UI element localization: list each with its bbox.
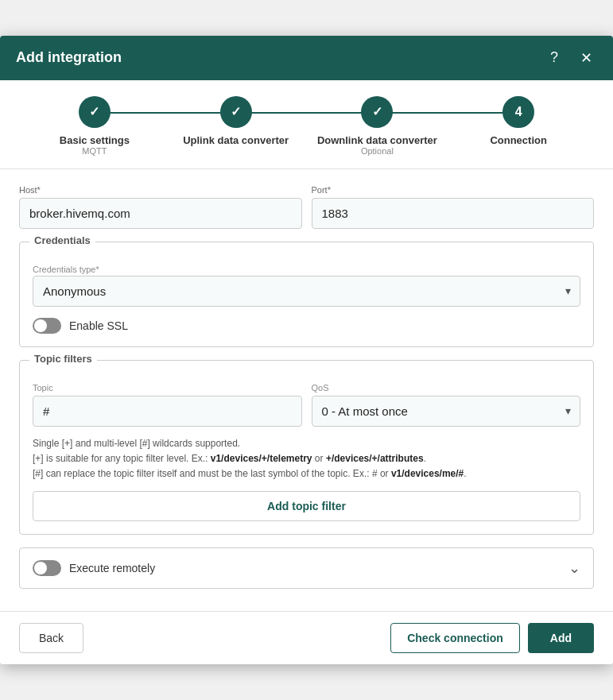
port-field: Port* (312, 185, 595, 229)
toggle-knob (34, 319, 47, 332)
dialog-footer: Back Check connection Add (0, 611, 613, 664)
header-icons: ? ✕ (543, 47, 597, 69)
step-label-3: Downlink data converter (317, 134, 437, 146)
topic-qos-row: Topic QoS 0 - At most once 1 - At least … (33, 383, 580, 427)
add-topic-filter-button[interactable]: Add topic filter (33, 491, 580, 521)
credentials-type-select[interactable]: Anonymous Basic Certificate (33, 276, 580, 307)
step-circle-2: ✓ (220, 96, 252, 128)
help-code-1: v1/devices/+/telemetry (211, 453, 312, 464)
qos-select[interactable]: 0 - At most once 1 - At least once 2 - E… (312, 396, 581, 427)
step-circle-3: ✓ (361, 96, 393, 128)
steps-container: ✓ Basic settings MQTT ✓ Uplink data conv… (0, 80, 613, 169)
step-sublabel-1: MQTT (82, 146, 107, 156)
execute-remotely-row[interactable]: Execute remotely ⌄ (19, 547, 594, 589)
enable-ssl-toggle[interactable] (33, 318, 61, 334)
step-downlink: ✓ Downlink data converter Optional (307, 96, 448, 156)
credentials-type-wrapper: Credentials type* Anonymous Basic Certif… (33, 261, 580, 307)
port-input[interactable] (312, 198, 595, 229)
credentials-type-label: Credentials type* (33, 265, 99, 274)
topic-field: Topic (33, 383, 302, 427)
step-sublabel-3: Optional (361, 146, 394, 156)
help-code-3: v1/devices/me/# (391, 468, 464, 479)
enable-ssl-label: Enable SSL (69, 319, 128, 332)
step-label-2: Uplink data converter (183, 134, 289, 146)
execute-remotely-toggle[interactable] (33, 560, 61, 576)
chevron-down-icon: ⌄ (568, 559, 580, 577)
execute-remotely-label: Execute remotely (69, 562, 155, 574)
help-code-2: +/devices/+/attributes (326, 453, 424, 464)
check-connection-button[interactable]: Check connection (390, 623, 520, 653)
qos-select-wrapper: 0 - At most once 1 - At least once 2 - E… (312, 396, 581, 427)
qos-field: QoS 0 - At most once 1 - At least once 2… (312, 383, 581, 427)
step-label-1: Basic settings (60, 134, 130, 146)
step-label-4: Connection (490, 134, 547, 146)
back-button[interactable]: Back (19, 623, 83, 653)
host-field: Host* (19, 185, 302, 229)
close-button[interactable]: ✕ (575, 47, 597, 69)
host-input[interactable] (19, 198, 302, 229)
help-line-1: Single [+] and multi-level [#] wildcards… (33, 436, 580, 451)
execute-toggle-knob (34, 562, 47, 574)
help-line-3: [#] can replace the topic filter itself … (33, 466, 580, 481)
host-label: Host* (19, 185, 302, 195)
step-basic-settings: ✓ Basic settings MQTT (24, 96, 165, 156)
execute-left: Execute remotely (33, 560, 155, 576)
credentials-section: Credentials Credentials type* Anonymous … (19, 242, 594, 347)
topic-filters-section: Topic filters Topic QoS 0 - At most once… (19, 360, 594, 536)
step-connection: 4 Connection (448, 96, 589, 146)
step-circle-1: ✓ (79, 96, 111, 128)
dialog-title: Add integration (16, 49, 122, 66)
step-circle-4: 4 (502, 96, 534, 128)
enable-ssl-row: Enable SSL (33, 318, 580, 334)
help-button[interactable]: ? (543, 47, 565, 69)
topic-input[interactable] (33, 396, 302, 427)
add-button[interactable]: Add (528, 623, 594, 653)
topic-label: Topic (33, 383, 302, 393)
help-line-2: [+] is suitable for any topic filter lev… (33, 451, 580, 466)
topic-filters-legend: Topic filters (29, 353, 97, 365)
credentials-legend: Credentials (29, 234, 95, 246)
port-label: Port* (312, 185, 595, 195)
help-text: Single [+] and multi-level [#] wildcards… (33, 436, 580, 482)
footer-right: Check connection Add (390, 623, 594, 653)
qos-label: QoS (312, 383, 581, 393)
host-port-row: Host* Port* (19, 185, 594, 229)
dialog-header: Add integration ? ✕ (0, 36, 613, 80)
add-integration-dialog: Add integration ? ✕ ✓ Basic settings MQT… (0, 36, 613, 665)
dialog-body: Host* Port* Credentials Credentials type… (0, 169, 613, 612)
credentials-select-wrapper: Anonymous Basic Certificate ▾ (33, 276, 580, 307)
step-uplink: ✓ Uplink data converter (165, 96, 307, 146)
